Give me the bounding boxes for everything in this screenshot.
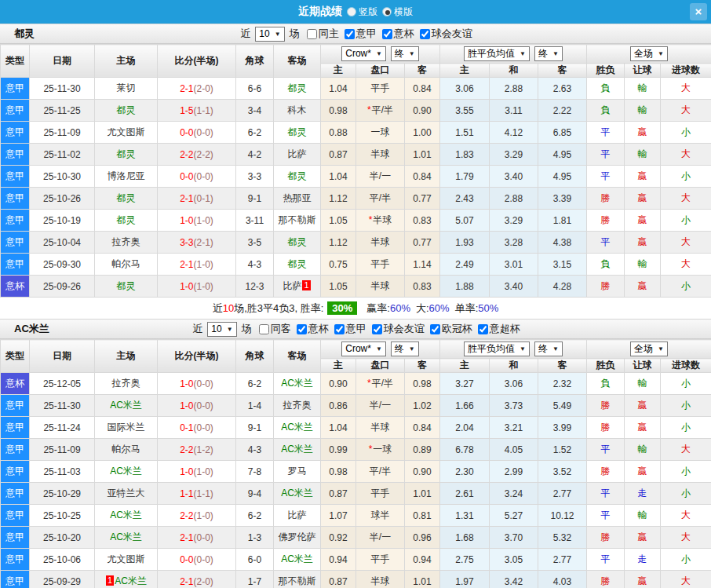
avg-draw-cell: 3.29 [490, 144, 538, 166]
home-team-name: 莱切 [117, 82, 136, 93]
layout-option-horizontal[interactable]: 横版 [382, 5, 413, 19]
odds-final-select[interactable]: 终▼ [391, 46, 419, 61]
handicap-outcome-cell: 贏 [625, 122, 661, 144]
handicap-cell: 半球 [356, 417, 405, 439]
avg-lose-cell: 2.32 [538, 373, 587, 395]
filter-checkbox-0[interactable] [307, 29, 317, 39]
score-cell: 2-1(2-0) [158, 571, 236, 588]
average-select[interactable]: 胜平负均值▼ [464, 46, 530, 61]
avg-lose-cell: 2.77 [538, 549, 587, 571]
date-cell: 25-09-30 [30, 254, 95, 276]
home-odds-cell: 1.05 [321, 276, 356, 298]
outcome-char: 贏 [638, 400, 647, 411]
fulltime-score: 0-1 [180, 422, 193, 433]
fulltime-score: 2-1 [180, 576, 193, 587]
bookmaker-select[interactable]: Crow*▼ [341, 46, 386, 61]
summary-stat-label: 赢率: [366, 302, 390, 314]
away-team-cell: 那不勒斯 [274, 210, 321, 232]
scope-select[interactable]: 全场▼ [630, 341, 668, 356]
match-row: 意甲25-09-30帕尔马2-1(1-0)4-3都灵0.75平手1.142.49… [1, 254, 711, 276]
filter-checkbox-2[interactable] [334, 324, 345, 334]
filter-checkbox-3[interactable] [372, 324, 382, 334]
close-icon[interactable]: × [690, 3, 707, 20]
match-outcome-cell: 負 [587, 373, 625, 395]
filter-checkbox-4[interactable] [430, 324, 440, 334]
avg-win-cell: 1.88 [440, 276, 490, 298]
home-team-name: 都灵 [117, 214, 136, 225]
away-odds-cell: 0.84 [405, 78, 440, 100]
handicap-value: 平/半 [370, 466, 391, 477]
match-count-select[interactable]: 10▼ [255, 27, 284, 42]
handicap-value: 半球 [373, 214, 392, 225]
odds-final-select[interactable]: 终▼ [391, 341, 419, 356]
avg-lose-cell: 2.22 [538, 100, 587, 122]
match-count-select[interactable]: 10▼ [207, 322, 236, 337]
home-team-name: 都灵 [117, 104, 136, 115]
fulltime-score: 2-1 [180, 259, 193, 270]
bookmaker-select[interactable]: Crow*▼ [341, 341, 386, 356]
handicap-cell: 平手 [356, 549, 405, 571]
layout-option-vertical[interactable]: 竖版 [347, 5, 377, 19]
outcome-char: 平 [601, 488, 611, 499]
away-team-name: 那不勒斯 [279, 575, 316, 586]
filter-checkbox-label: 意杯 [394, 27, 414, 41]
filter-checkbox-5[interactable] [478, 324, 488, 334]
outcome-char: 勝 [601, 422, 611, 433]
corners-cell: 7-8 [236, 461, 274, 483]
outcome-char: 大 [681, 192, 691, 203]
summary-stat: 赢率:60% [366, 301, 410, 316]
away-team-name: 拉齐奥 [283, 400, 312, 411]
radio-icon[interactable] [347, 7, 356, 16]
average-final-select[interactable]: 终▼ [534, 341, 563, 356]
away-odds-cell: 1.14 [405, 254, 440, 276]
scope-select[interactable]: 全场▼ [630, 46, 668, 61]
away-team-name: 都灵 [288, 126, 307, 137]
away-team-name: 都灵 [288, 258, 307, 269]
goals-outcome-cell: 小 [661, 166, 711, 188]
away-team-name: 科木 [288, 104, 307, 115]
outcome-char: 贏 [638, 126, 647, 137]
away-odds-cell: 0.94 [405, 549, 440, 571]
handicap-cell: 半球 [356, 144, 405, 166]
avg-draw-cell: 3.40 [490, 166, 538, 188]
filter-checkbox-1[interactable] [345, 29, 355, 39]
home-odds-cell: 0.98 [321, 461, 356, 483]
filter-checkbox-0[interactable] [259, 324, 269, 334]
column-header: 角球 [236, 45, 274, 78]
radio-icon[interactable] [382, 7, 392, 16]
score-cell: 1-0(1-0) [158, 461, 236, 483]
filter-checkbox-label: 意甲 [346, 322, 366, 336]
outcome-char: 贏 [638, 531, 647, 542]
match-row: 意甲25-11-30AC米兰1-0(0-0)1-4拉齐奥0.86半/一1.021… [1, 395, 711, 417]
score-cell: 2-1(1-0) [158, 254, 236, 276]
handicap-value: 平手 [371, 258, 390, 269]
avg-win-cell: 1.31 [440, 505, 490, 527]
filter-checkbox-2[interactable] [382, 29, 392, 39]
avg-lose-cell: 3.15 [538, 254, 587, 276]
handicap-cell: 半球 [356, 276, 405, 298]
handicap-outcome-cell: 贏 [625, 395, 661, 417]
filter-checkbox-3[interactable] [420, 29, 430, 39]
filter-checkbox-1[interactable] [297, 324, 307, 334]
outcome-char: 平 [601, 236, 611, 247]
league-type-cell: 意甲 [1, 188, 30, 210]
halftime-score: (1-1) [194, 488, 213, 499]
avg-draw-cell: 4.12 [490, 122, 538, 144]
handicap-cell: 半/一 [356, 527, 405, 549]
avg-win-cell: 2.49 [440, 254, 490, 276]
average-final-select[interactable]: 终▼ [534, 46, 563, 61]
date-cell: 25-10-29 [30, 483, 95, 505]
home-odds-cell: 1.04 [321, 417, 356, 439]
result-group-header: 全场▼ [587, 45, 711, 64]
sub-column-header: 进球数 [661, 359, 711, 373]
away-team-name: 都灵 [288, 236, 307, 247]
avg-draw-cell: 3.06 [490, 373, 538, 395]
handicap-value: 半/一 [370, 400, 391, 411]
match-outcome-cell: 勝 [587, 395, 625, 417]
home-team-cell: AC米兰 [95, 461, 158, 483]
outcome-char: 贏 [638, 422, 647, 433]
avg-draw-cell: 3.40 [490, 276, 538, 298]
home-team-cell: AC米兰 [95, 395, 158, 417]
average-select[interactable]: 胜平负均值▼ [464, 341, 530, 356]
home-team-cell: 亚特兰大 [95, 483, 158, 505]
